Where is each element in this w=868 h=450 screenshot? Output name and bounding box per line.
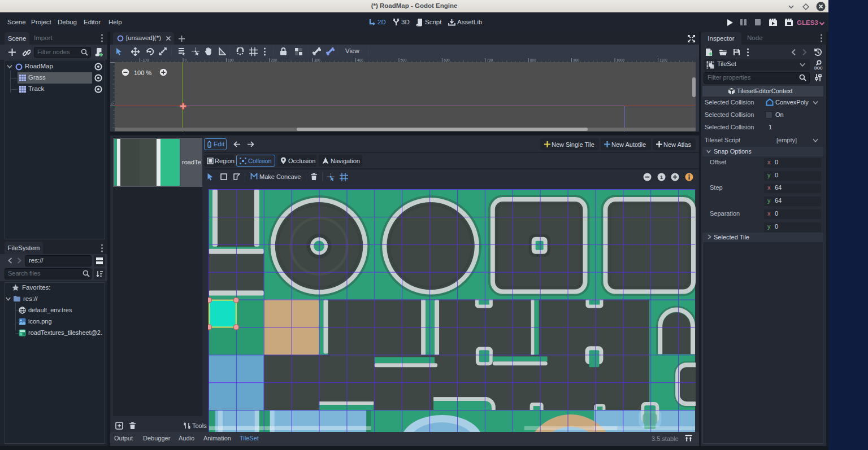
svg-text:0: 0	[185, 58, 187, 62]
svg-text:DOC: DOC	[814, 66, 823, 70]
svg-text:1000: 1000	[617, 58, 625, 62]
svg-text:600: 600	[444, 58, 450, 62]
svg-text:500: 500	[401, 58, 407, 62]
svg-text:800: 800	[530, 58, 536, 62]
svg-text:-100: -100	[141, 58, 149, 62]
svg-text:1100: 1100	[659, 58, 667, 62]
svg-text:700: 700	[487, 58, 493, 62]
svg-text:0: 0	[110, 102, 114, 104]
svg-text:400: 400	[357, 58, 363, 62]
svg-text:900: 900	[573, 58, 579, 62]
svg-text:300: 300	[314, 58, 320, 62]
svg-text:100: 100	[228, 58, 234, 62]
svg-text:200: 200	[271, 58, 277, 62]
svg-text:1: 1	[660, 174, 663, 180]
